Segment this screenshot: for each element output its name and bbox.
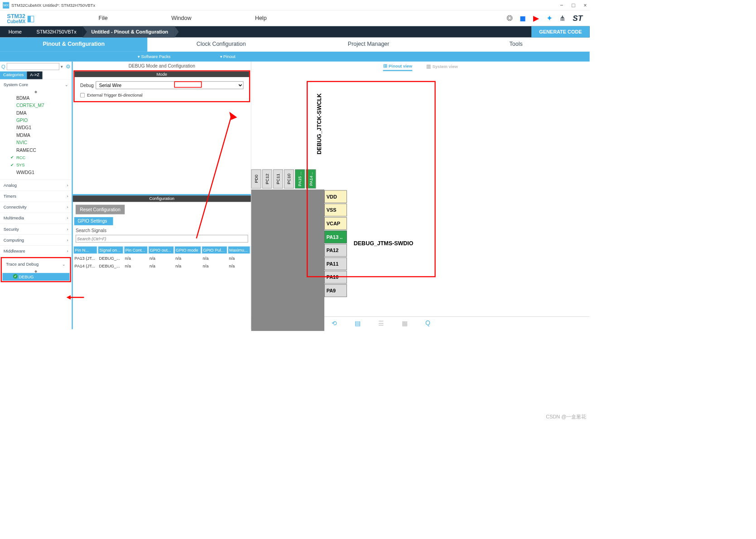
software-packs-menu[interactable]: Software Packs bbox=[138, 54, 170, 59]
cat-middleware[interactable]: Middleware› bbox=[0, 245, 72, 256]
table-row: PA13 (JT...DEBUG_...n/an/an/an/an/a bbox=[73, 255, 250, 262]
app-icon: MX bbox=[3, 2, 9, 8]
gpio-table: Pin N...Signal on...Pin Cont...GPIO out.… bbox=[73, 245, 251, 270]
grid-icon[interactable]: ▦ bbox=[402, 319, 408, 327]
menu-window[interactable]: Window bbox=[171, 15, 191, 22]
chevron-right-icon: › bbox=[67, 183, 68, 188]
search-icon: Q bbox=[1, 63, 5, 69]
subbar: Software Packs Pinout bbox=[0, 52, 590, 62]
chip-body bbox=[251, 189, 324, 331]
sidebar-item-bdma[interactable]: BDMA bbox=[0, 94, 72, 102]
pin-vcap[interactable]: VCAP bbox=[324, 217, 347, 230]
pin-pc10[interactable]: PC10 bbox=[284, 170, 294, 189]
sidebar-item-wwdg[interactable]: WWDG1 bbox=[0, 169, 72, 176]
pin-pc11[interactable]: PC11 bbox=[273, 170, 283, 189]
sidebar-item-debug[interactable]: ✔DEBUG bbox=[2, 273, 69, 280]
pin-pa11[interactable]: PA11 bbox=[324, 257, 347, 270]
main: Q ▾ ⚙ Categories A->Z System Core⌄ ◆ BDM… bbox=[0, 62, 590, 329]
sidebar-item-dma[interactable]: DMA bbox=[0, 109, 72, 117]
check-icon: ✔ bbox=[10, 155, 14, 160]
tab-clock[interactable]: Clock Configuration bbox=[147, 38, 294, 52]
cat-timers[interactable]: Timers› bbox=[0, 190, 72, 201]
cat-computing[interactable]: Computing› bbox=[0, 234, 72, 245]
sidebar-item-ramecc[interactable]: RAMECC bbox=[0, 146, 72, 154]
pin-pa10[interactable]: PA10 bbox=[324, 271, 347, 283]
sidebar-item-iwdg[interactable]: IWDG1 bbox=[0, 124, 72, 131]
pin-pc12[interactable]: PC12 bbox=[262, 170, 272, 189]
reset-configuration-button[interactable]: Reset Configuration bbox=[76, 205, 125, 214]
check-circle-icon: ✔ bbox=[13, 274, 18, 279]
tab-pinout[interactable]: Pinout & Configuration bbox=[0, 38, 147, 52]
pinout-view-tab[interactable]: ⊞ Pinout view bbox=[383, 63, 412, 71]
search-signals-input[interactable] bbox=[76, 235, 248, 243]
pin-pa15[interactable]: PA15 ... bbox=[295, 170, 305, 189]
cat-connectivity[interactable]: Connectivity› bbox=[0, 202, 72, 213]
search-icon[interactable]: Q bbox=[425, 319, 430, 326]
layers-icon[interactable]: ▤ bbox=[355, 319, 361, 327]
breadcrumb-home[interactable]: Home bbox=[0, 26, 28, 38]
menu-help[interactable]: Help bbox=[255, 15, 267, 22]
mid-panel: DEBUG Mode and Configuration Mode Debug … bbox=[73, 62, 251, 329]
anniversary-icon: ❂ bbox=[506, 14, 513, 23]
menu-file[interactable]: File bbox=[99, 15, 108, 22]
pin-pa13[interactable]: PA13 .. bbox=[324, 231, 347, 243]
gear-icon[interactable]: ⚙ bbox=[66, 63, 70, 70]
minimize-icon[interactable]: − bbox=[560, 2, 563, 8]
right-panel: ⊞ Pinout view ▥ System view DEBUG_JTCK-S… bbox=[251, 62, 590, 329]
social-icons: ❂ ◼ ▶ ✦ ⋔ ST bbox=[506, 14, 583, 23]
cat-multimedia[interactable]: Multimedia› bbox=[0, 213, 72, 223]
categories-tab[interactable]: Categories bbox=[0, 72, 27, 79]
chip-view[interactable]: DEBUG_JTCK-SWCLK PD0 PC12 PC11 PC10 PA15… bbox=[251, 72, 590, 316]
left-panel: Q ▾ ⚙ Categories A->Z System Core⌄ ◆ BDM… bbox=[0, 62, 73, 329]
pin-pa12[interactable]: PA12 bbox=[324, 244, 347, 257]
search-signals-label: Search Signals bbox=[76, 228, 248, 233]
breadcrumb-chip[interactable]: STM32H750VBTx bbox=[28, 26, 83, 38]
menubar: STM32CubeMX ◧ File Window Help ❂ ◼ ▶ ✦ ⋔… bbox=[0, 10, 590, 26]
breadcrumb-page[interactable]: Untitled - Pinout & Configuration bbox=[83, 26, 175, 38]
check-icon: ✔ bbox=[10, 162, 14, 167]
rotate-icon[interactable]: ⟲ bbox=[332, 319, 337, 327]
pin-pa9[interactable]: PA9 bbox=[324, 284, 347, 297]
category-search-input[interactable] bbox=[7, 63, 59, 70]
gpio-settings-tab[interactable]: GPIO Settings bbox=[74, 217, 113, 225]
sidebar-item-rcc[interactable]: ✔RCC bbox=[0, 154, 72, 161]
pin-pd0[interactable]: PD0 bbox=[251, 170, 261, 189]
sidebar-item-mdma[interactable]: MDMA bbox=[0, 131, 72, 139]
youtube-icon[interactable]: ▶ bbox=[533, 14, 539, 23]
close-icon[interactable]: × bbox=[583, 2, 587, 8]
sidebar-item-nvic[interactable]: NVIC bbox=[0, 139, 72, 146]
az-tab[interactable]: A->Z bbox=[27, 72, 43, 79]
chevron-down-icon: ⌄ bbox=[65, 83, 68, 87]
sidebar-item-gpio[interactable]: GPIO bbox=[0, 117, 72, 124]
window-title: STM32CubeMX Untitled*: STM32H750VBTx bbox=[11, 3, 95, 8]
system-view-tab[interactable]: ▥ System view bbox=[426, 63, 457, 71]
share-icon[interactable]: ⋔ bbox=[559, 14, 565, 23]
window-controls: − □ × bbox=[560, 2, 587, 8]
pin-vss[interactable]: VSS bbox=[324, 204, 347, 216]
config-header: Configuration bbox=[73, 195, 251, 202]
generate-code-button[interactable]: GENERATE CODE bbox=[531, 26, 590, 38]
breadcrumb: Home STM32H750VBTx Untitled - Pinout & C… bbox=[0, 26, 590, 38]
maximize-icon[interactable]: □ bbox=[572, 2, 575, 8]
pin-vdd[interactable]: VDD bbox=[324, 190, 347, 203]
list-icon[interactable]: ☰ bbox=[378, 319, 384, 327]
cat-system-core[interactable]: System Core⌄ bbox=[0, 79, 72, 90]
tab-project[interactable]: Project Manager bbox=[295, 38, 442, 52]
cat-analog[interactable]: Analog› bbox=[0, 180, 72, 190]
tab-tools[interactable]: Tools bbox=[442, 38, 589, 52]
configuration-box: Configuration Reset Configuration GPIO S… bbox=[73, 194, 251, 270]
pinout-menu[interactable]: Pinout bbox=[220, 54, 236, 59]
debug-select[interactable]: Serial Wire bbox=[96, 81, 244, 89]
sidebar-item-sys[interactable]: ✔SYS bbox=[0, 161, 72, 169]
external-trigger-checkbox[interactable] bbox=[80, 93, 85, 97]
external-trigger-label: External Trigger Bi-directional bbox=[87, 92, 143, 97]
search-dropdown-icon[interactable]: ▾ bbox=[61, 64, 63, 69]
sidebar-item-cortex[interactable]: CORTEX_M7 bbox=[0, 102, 72, 109]
pin-pa14[interactable]: PA14 .. bbox=[306, 170, 316, 189]
cat-trace-debug[interactable]: Trace and Debug⌄ bbox=[2, 259, 69, 269]
twitter-icon[interactable]: ✦ bbox=[546, 14, 553, 23]
cat-security[interactable]: Security› bbox=[0, 223, 72, 234]
logo: STM32CubeMX ◧ bbox=[7, 13, 35, 24]
facebook-icon[interactable]: ◼ bbox=[520, 14, 526, 23]
watermark: CSDN @一盒葱花 bbox=[546, 414, 586, 420]
